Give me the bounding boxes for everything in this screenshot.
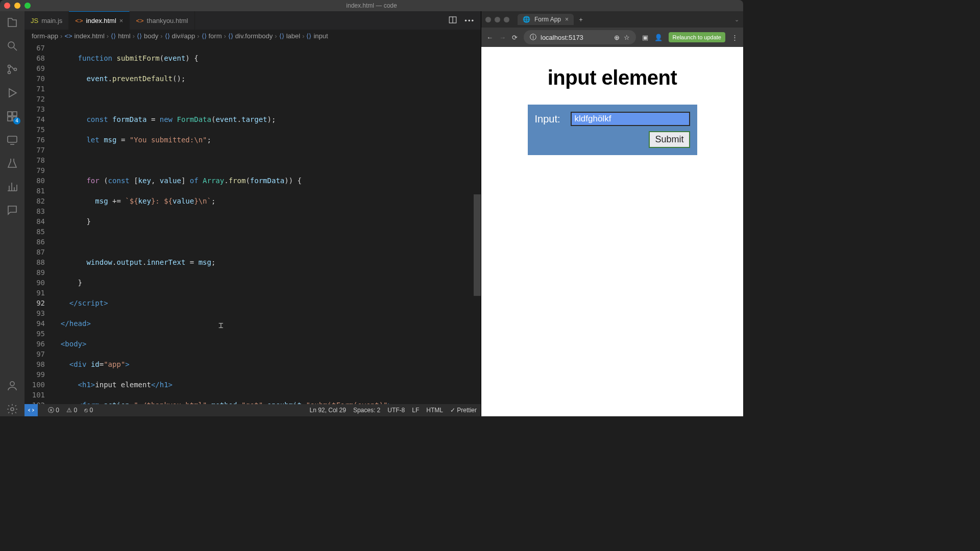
profile-icon[interactable]: 👤 (654, 34, 663, 41)
tab-mainjs[interactable]: JS main.js (24, 11, 69, 30)
breadcrumb-item[interactable]: input (313, 32, 328, 40)
extensions-badge: 4 (13, 117, 20, 124)
browser-traffic-lights (485, 17, 509, 22)
code-editor[interactable]: 67686970 71727374 75767778 79808182 8384… (24, 43, 481, 404)
minimize-window-button[interactable] (495, 17, 500, 22)
menu-icon[interactable]: ⋮ (731, 34, 738, 41)
breadcrumb-item[interactable]: div.formbody (235, 32, 273, 40)
graph-icon[interactable] (5, 180, 19, 194)
extensions-icon[interactable]: 4 (5, 109, 19, 123)
svg-rect-6 (8, 117, 12, 121)
testing-icon[interactable] (5, 156, 19, 170)
html-file-icon: <> (136, 17, 143, 24)
warnings-count[interactable]: ⚠ 0 (66, 407, 77, 414)
bracket-icon: ⟨⟩ (279, 32, 284, 40)
editor-tabs: JS main.js <> index.html × <> thankyou.h… (24, 11, 481, 30)
svg-point-0 (8, 42, 14, 48)
indent-setting[interactable]: Spaces: 2 (353, 407, 380, 414)
tab-thankyouhtml[interactable]: <> thankyou.html (130, 11, 194, 30)
breadcrumb-item[interactable]: html (118, 32, 131, 40)
svg-point-10 (11, 408, 14, 411)
vscode-window: 4 JS main.js <> (0, 11, 481, 416)
browser-tab-strip: 🌐 Form App × ＋ ⌄ (481, 11, 743, 28)
tab-label: main.js (41, 17, 62, 24)
settings-gear-icon[interactable] (5, 402, 19, 416)
input-label: Input: (535, 113, 560, 125)
back-button[interactable]: ← (486, 34, 493, 41)
html-file-icon: <> (64, 32, 72, 40)
split-editor-icon[interactable] (448, 15, 457, 26)
text-input[interactable] (571, 112, 690, 126)
browser-page: input element Input: Submit (481, 47, 743, 416)
comment-icon[interactable] (5, 203, 19, 217)
activity-bar: 4 (0, 11, 24, 416)
remote-icon[interactable] (5, 133, 19, 147)
relaunch-button[interactable]: Relaunch to update (669, 32, 725, 42)
explorer-icon[interactable] (5, 15, 19, 30)
submit-button[interactable]: Submit (649, 131, 690, 148)
bracket-icon: ⟨⟩ (202, 32, 207, 40)
search-icon[interactable] (5, 39, 19, 53)
editor-area: JS main.js <> index.html × <> thankyou.h… (24, 11, 481, 416)
code-content[interactable]: function submitForm(event) { event.preve… (52, 43, 481, 404)
run-debug-icon[interactable] (5, 86, 19, 100)
ports-count[interactable]: ⎋ 0 (84, 407, 93, 414)
eol[interactable]: LF (412, 407, 419, 414)
account-icon[interactable] (5, 379, 19, 393)
reload-button[interactable]: ⟳ (512, 34, 518, 41)
html-file-icon: <> (75, 17, 83, 24)
tab-indexhtml[interactable]: <> index.html × (69, 11, 130, 30)
bracket-icon: ⟨⟩ (111, 32, 116, 40)
language-mode[interactable]: HTML (426, 407, 443, 414)
bracket-icon: ⟨⟩ (165, 32, 170, 40)
browser-tab[interactable]: 🌐 Form App × (518, 14, 574, 25)
svg-point-3 (14, 68, 17, 71)
address-bar[interactable]: ⓘ localhost:5173 ⊕ ☆ (524, 30, 636, 44)
tab-label: thankyou.html (147, 17, 188, 24)
close-tab-icon[interactable]: × (119, 17, 124, 24)
form-body: Input: Submit (528, 105, 697, 155)
text-cursor-icon: ⌶ (218, 320, 224, 331)
close-window-button[interactable] (485, 17, 491, 22)
formatter[interactable]: ✓ Prettier (450, 407, 477, 414)
breadcrumb-item[interactable]: form-app (32, 32, 58, 40)
tab-dropdown-icon[interactable]: ⌄ (734, 16, 739, 23)
svg-point-9 (10, 382, 14, 386)
breadcrumb-item[interactable]: form (209, 32, 222, 40)
remote-indicator[interactable] (24, 404, 38, 416)
maximize-window-button[interactable] (504, 17, 509, 22)
cursor-position[interactable]: Ln 92, Col 29 (310, 407, 346, 414)
browser-window: 🌐 Form App × ＋ ⌄ ← → ⟳ ⓘ localhost:5173 … (481, 11, 743, 416)
status-bar: ⓧ 0 ⚠ 0 ⎋ 0 Ln 92, Col 29 Spaces: 2 UTF-… (24, 404, 481, 416)
line-gutter: 67686970 71727374 75767778 79808182 8384… (24, 43, 52, 404)
source-control-icon[interactable] (5, 62, 19, 77)
window-title: index.html — code (0, 2, 743, 9)
close-tab-icon[interactable]: × (565, 16, 569, 23)
svg-rect-8 (8, 136, 17, 142)
bracket-icon: ⟨⟩ (137, 32, 142, 40)
breadcrumb-item[interactable]: label (286, 32, 300, 40)
errors-count[interactable]: ⓧ 0 (48, 406, 59, 415)
breadcrumb-item[interactable]: index.html (75, 32, 105, 40)
svg-point-2 (8, 71, 11, 74)
site-info-icon[interactable]: ⓘ (530, 33, 536, 42)
forward-button[interactable]: → (499, 34, 506, 41)
new-tab-button[interactable]: ＋ (578, 15, 584, 24)
breadcrumb-item[interactable]: div#app (172, 32, 195, 40)
browser-tab-title: Form App (534, 16, 561, 23)
bookmark-icon[interactable]: ☆ (624, 34, 630, 41)
svg-rect-4 (8, 112, 12, 116)
reading-list-icon[interactable]: ▣ (642, 34, 648, 41)
url-text: localhost:5173 (541, 34, 583, 41)
breadcrumb[interactable]: form-app› <>index.html› ⟨⟩html› ⟨⟩body› … (24, 30, 481, 43)
bracket-icon: ⟨⟩ (228, 32, 233, 40)
window-titlebar: index.html — code (0, 0, 743, 11)
minimap-scrollbar[interactable] (474, 43, 481, 404)
svg-rect-5 (13, 112, 17, 116)
translate-icon[interactable]: ⊕ (614, 34, 620, 41)
encoding[interactable]: UTF-8 (387, 407, 405, 414)
page-heading: input element (493, 66, 732, 89)
breadcrumb-item[interactable]: body (144, 32, 158, 40)
more-actions-icon[interactable]: ••• (464, 17, 475, 24)
svg-point-1 (8, 65, 11, 68)
